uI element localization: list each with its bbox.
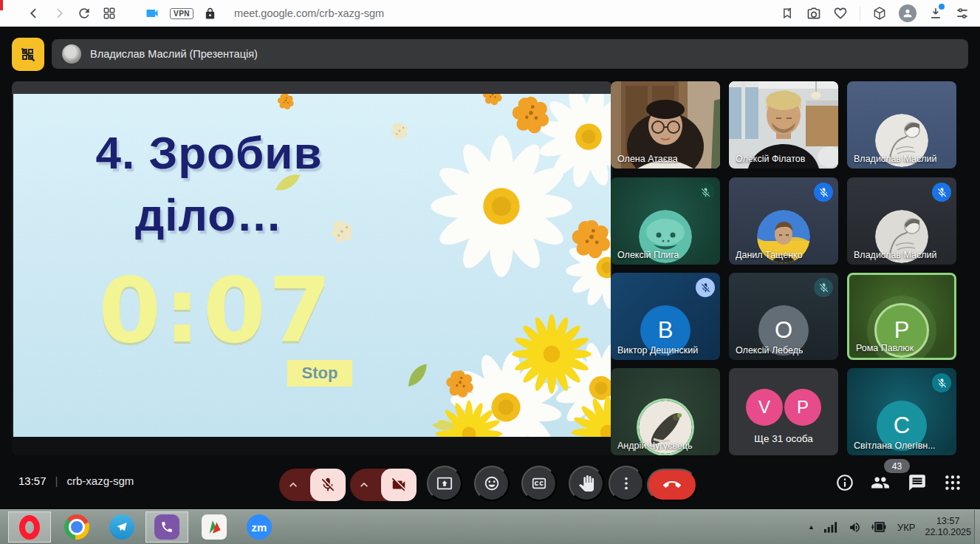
taskbar-chrome-button[interactable] — [55, 511, 98, 543]
participant-name: Данил Тащенко — [736, 250, 803, 260]
activities-button[interactable] — [943, 473, 962, 492]
tab-tiling-icon[interactable] — [102, 6, 117, 21]
volume-icon[interactable] — [848, 521, 862, 534]
tray-date: 22.10.2025 — [925, 527, 971, 537]
presenting-banner[interactable]: Владислав Маслий (Презентація) — [52, 39, 968, 69]
settings-sliders-icon[interactable] — [955, 6, 970, 21]
download-notification-dot — [939, 4, 945, 10]
mic-off-icon — [932, 183, 951, 202]
participant-name: Андрій Чугуєвець — [617, 441, 693, 451]
raise-hand-icon — [578, 475, 594, 492]
presenting-banner-label: Владислав Маслий (Презентація) — [90, 48, 258, 60]
mic-toggle-button-muted[interactable] — [310, 469, 346, 501]
letterbox-bottom — [12, 437, 612, 455]
taskbar-opera-button[interactable] — [8, 511, 51, 543]
taskbar-viber-button[interactable] — [145, 511, 188, 543]
mic-off-icon — [696, 183, 715, 202]
meet-camera-tab-icon[interactable] — [145, 6, 160, 21]
taskbar-zoom-button[interactable]: zm — [238, 511, 281, 543]
participant-tile[interactable]: Андрій Чугуєвець — [611, 368, 720, 455]
slide-timer: 0:07 — [95, 258, 338, 363]
extensions-cube-icon[interactable] — [872, 6, 887, 21]
snapshot-icon[interactable] — [806, 6, 821, 21]
participant-tile[interactable]: C Світлана Олегівн... — [847, 368, 956, 455]
camera-toggle-button-off[interactable] — [381, 469, 417, 501]
overflow-participants-tile[interactable]: V P Ще 31 особа — [729, 368, 838, 455]
present-icon — [436, 475, 453, 492]
participant-name: Світлана Олегівн... — [854, 441, 936, 451]
emoji-icon — [484, 475, 500, 492]
camera-control-group — [350, 469, 417, 501]
battery-icon[interactable] — [871, 521, 888, 533]
language-indicator[interactable]: УКР — [897, 522, 916, 533]
participant-tile[interactable]: Олена Атаєва — [611, 81, 720, 169]
profile-avatar-icon[interactable] — [899, 4, 916, 22]
participant-name: Владислав Маслий — [854, 250, 936, 260]
participant-name: Олексій Плига — [617, 250, 679, 260]
shared-slide: 4. Зробив діло… 0:07 Stop — [13, 94, 611, 437]
participant-tile[interactable]: Олексій Плига — [611, 177, 720, 265]
mic-off-icon — [932, 373, 951, 392]
screen: VPN meet.google.com/crb-xazg-sgm Владисл… — [0, 0, 980, 544]
timer-stop-button[interactable]: Stop — [287, 360, 352, 387]
mic-off-icon — [814, 183, 833, 202]
hidden-icons-chevron[interactable]: ▲ — [808, 523, 815, 531]
presentation-hidden-warning-button[interactable] — [12, 38, 44, 71]
presenter-avatar — [62, 44, 81, 64]
browser-toolbar: VPN meet.google.com/crb-xazg-sgm — [0, 0, 980, 27]
show-desktop-button[interactable] — [974, 510, 980, 544]
participant-tile[interactable]: B Виктор Дещинский — [611, 273, 720, 360]
recording-artifact — [0, 0, 3, 10]
participant-tile-speaking[interactable]: P Рома Павлюк — [847, 273, 956, 360]
downloads-icon[interactable] — [928, 6, 943, 21]
more-options-button[interactable] — [609, 466, 644, 501]
google-meet-app: Владислав Маслий (Презентація) — [0, 27, 980, 510]
participant-tile[interactable]: O Олексій Лебедь — [729, 273, 838, 360]
raise-hand-button[interactable] — [569, 466, 604, 501]
chevron-up-icon — [357, 477, 371, 492]
participant-tile[interactable]: Данил Тащенко — [729, 177, 838, 265]
apps-grid-icon — [943, 473, 962, 492]
pinboard-icon[interactable] — [780, 6, 795, 21]
taskbar-telegram-button[interactable] — [100, 511, 143, 543]
slide-title: 4. Зробив діло… — [35, 122, 383, 245]
windows-taskbar: zm ▲ УКР 13:57 22.10.2025 — [0, 509, 980, 544]
overflow-initial: V — [746, 389, 783, 426]
back-icon[interactable] — [27, 6, 41, 21]
favorites-heart-icon[interactable] — [833, 6, 848, 21]
mic-off-icon — [814, 278, 833, 297]
vpn-badge[interactable]: VPN — [170, 8, 193, 19]
viber-icon — [154, 514, 179, 540]
meeting-details-button[interactable] — [835, 473, 854, 492]
present-screen-button[interactable] — [427, 466, 462, 501]
reload-icon[interactable] — [77, 6, 92, 21]
taskbar-faststone-button[interactable] — [193, 511, 236, 543]
captions-button[interactable] — [521, 466, 557, 501]
tray-clock[interactable]: 13:57 22.10.2025 — [925, 516, 971, 538]
presentation-stage[interactable]: 4. Зробив діло… 0:07 Stop — [12, 81, 612, 455]
opera-icon — [19, 515, 40, 540]
letterbox-top — [12, 81, 612, 94]
participant-name: Рома Павлюк — [856, 343, 914, 353]
participant-name: Олексій Лебедь — [736, 345, 803, 356]
overflow-initial: P — [784, 389, 821, 426]
network-icon[interactable] — [824, 521, 838, 533]
lock-icon[interactable] — [204, 7, 216, 20]
chevron-up-icon — [286, 477, 301, 492]
mic-off-icon — [696, 278, 715, 297]
info-icon — [835, 473, 854, 492]
zoom-icon: zm — [247, 514, 272, 540]
people-panel-button[interactable] — [871, 473, 890, 492]
chat-icon — [908, 473, 927, 492]
end-call-button[interactable] — [647, 469, 697, 501]
forward-icon[interactable] — [52, 6, 66, 21]
overflow-avatars: V P — [729, 389, 838, 426]
address-bar-url[interactable]: meet.google.com/crb-xazg-sgm — [234, 7, 384, 19]
reactions-button[interactable] — [474, 466, 510, 501]
participant-tile[interactable]: Владислав Маслий — [847, 81, 956, 169]
more-options-icon — [618, 475, 634, 492]
chat-panel-button[interactable] — [908, 473, 927, 492]
participant-tile[interactable]: Владислав Маслий — [847, 177, 956, 265]
people-icon — [871, 473, 890, 492]
participant-tile[interactable]: Олексій Філатов — [729, 81, 838, 169]
